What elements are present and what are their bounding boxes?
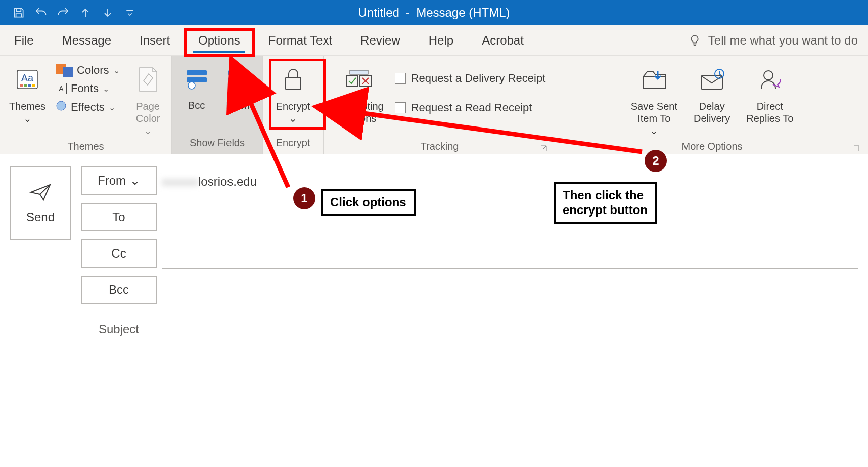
chevron-down-icon: ⌄	[355, 124, 363, 137]
bcc-input[interactable]	[162, 277, 858, 305]
down-arrow-icon[interactable]	[99, 4, 116, 21]
undo-icon[interactable]	[32, 4, 50, 21]
customize-qat-icon[interactable]	[121, 4, 139, 21]
quick-access-toolbar	[0, 4, 139, 21]
svg-point-19	[764, 71, 773, 80]
group-more-options: Save Sent Item To ⌄ Delay Delivery Direc…	[556, 56, 868, 154]
lightbulb-icon	[688, 34, 701, 47]
send-icon	[29, 183, 52, 202]
subject-input[interactable]	[162, 313, 858, 339]
svg-rect-3	[24, 84, 27, 87]
chevron-down-icon: ⌄	[130, 174, 140, 188]
to-field-button[interactable]: To	[81, 203, 157, 231]
send-button[interactable]: Send	[10, 166, 71, 240]
svg-point-12	[240, 80, 248, 89]
cc-field-button[interactable]: Cc	[81, 239, 157, 268]
ribbon-options: Aa Themes⌄ Colors⌄ A Fonts⌄ Effects⌄	[0, 56, 868, 154]
cc-input[interactable]	[162, 240, 858, 269]
svg-point-6	[57, 101, 66, 110]
tab-file[interactable]: File	[0, 25, 48, 55]
direct-replies-icon	[757, 62, 783, 97]
save-icon[interactable]	[10, 4, 27, 21]
tab-insert[interactable]: Insert	[125, 25, 184, 55]
save-sent-item-button[interactable]: Save Sent Item To ⌄	[627, 60, 681, 139]
up-arrow-icon[interactable]	[77, 4, 94, 21]
svg-rect-4	[28, 84, 31, 87]
group-label-tracking: Tracking	[331, 139, 549, 155]
chevron-down-icon: ⌄	[289, 112, 297, 124]
chevron-down-icon: ⌄	[144, 124, 152, 137]
svg-point-9	[188, 82, 195, 89]
checkbox-icon	[395, 102, 406, 113]
group-label-encrypt: Encrypt	[270, 135, 316, 152]
svg-rect-5	[32, 84, 35, 87]
group-encrypt: Encrypt ⌄ Encrypt	[263, 56, 324, 154]
chevron-down-icon: ⌄	[113, 66, 120, 75]
tab-help[interactable]: Help	[415, 25, 468, 55]
svg-text:Aa: Aa	[21, 72, 34, 83]
svg-rect-13	[286, 77, 301, 90]
group-label-more-options: More Options	[563, 139, 861, 155]
colors-icon	[56, 64, 73, 77]
tab-message[interactable]: Message	[48, 25, 125, 55]
group-themes: Aa Themes⌄ Colors⌄ A Fonts⌄ Effects⌄	[0, 56, 172, 154]
dialog-launcher-icon[interactable]	[539, 143, 549, 152]
dialog-launcher-icon[interactable]	[852, 143, 861, 152]
group-label-themes: Themes	[7, 139, 164, 155]
encrypt-button[interactable]: Encrypt ⌄	[272, 60, 314, 126]
fonts-icon: A	[56, 83, 67, 94]
redo-icon[interactable]	[55, 4, 72, 21]
effects-icon	[56, 100, 67, 114]
tab-acrobat[interactable]: Acrobat	[468, 25, 538, 55]
from-icon	[226, 61, 250, 96]
window-title: Untitled - Message (HTML)	[358, 6, 510, 20]
ribbon-tabs: File Message Insert Options Format Text …	[0, 25, 868, 56]
save-to-folder-icon	[641, 62, 668, 97]
from-input[interactable]: xxxxxxlosrios.edu	[162, 167, 858, 196]
tab-options[interactable]: Options	[184, 25, 254, 55]
delivery-receipt-checkbox[interactable]: Request a Delivery Receipt	[393, 69, 548, 88]
lock-icon	[282, 62, 305, 97]
colors-button[interactable]: Colors⌄	[53, 63, 123, 78]
direct-replies-button[interactable]: Direct Replies To	[742, 60, 797, 126]
read-receipt-checkbox[interactable]: Request a Read Receipt	[393, 98, 548, 117]
delay-icon	[698, 62, 725, 97]
svg-rect-14	[347, 75, 358, 87]
tab-format-text[interactable]: Format Text	[254, 25, 346, 55]
chevron-down-icon: ⌄	[103, 84, 109, 94]
voting-buttons[interactable]: Use Voting Buttons ⌄	[331, 60, 388, 139]
effects-button[interactable]: Effects⌄	[53, 99, 123, 115]
title-app: Message (HTML)	[416, 6, 510, 19]
page-color-button[interactable]: Page Color ⌄	[128, 60, 168, 139]
tab-review[interactable]: Review	[346, 25, 415, 55]
group-tracking: Use Voting Buttons ⌄ Request a Delivery …	[324, 56, 556, 154]
tell-me-placeholder: Tell me what you want to do	[708, 33, 858, 48]
page-color-icon	[136, 62, 160, 97]
voting-icon	[345, 62, 373, 97]
tell-me-search[interactable]: Tell me what you want to do	[688, 33, 868, 48]
subject-label: Subject	[81, 312, 157, 336]
themes-button[interactable]: Aa Themes⌄	[7, 60, 48, 126]
from-field-button[interactable]: From ⌄	[81, 166, 157, 195]
title-doc: Untitled	[358, 6, 399, 19]
svg-rect-8	[187, 77, 207, 82]
themes-icon: Aa	[15, 62, 39, 97]
svg-rect-7	[187, 70, 207, 75]
delay-delivery-button[interactable]: Delay Delivery	[690, 60, 734, 126]
checkbox-icon	[395, 73, 406, 84]
group-show-fields: Bcc From Show Fields	[172, 56, 263, 154]
bcc-button[interactable]: Bcc	[180, 59, 213, 113]
to-input[interactable]	[162, 204, 858, 232]
chevron-down-icon: ⌄	[650, 124, 658, 137]
bcc-field-button[interactable]: Bcc	[81, 276, 157, 304]
group-label-show-fields: Show Fields	[179, 135, 255, 152]
chevron-down-icon: ⌄	[109, 103, 115, 112]
chevron-down-icon: ⌄	[23, 113, 32, 124]
from-button[interactable]: From	[222, 59, 254, 113]
fonts-button[interactable]: A Fonts⌄	[53, 81, 123, 96]
svg-rect-10	[228, 70, 248, 75]
bcc-icon	[185, 61, 209, 96]
compose-area: Send From ⌄ To Cc Bcc Subject xxxxxxlosr…	[0, 154, 868, 339]
title-bar: Untitled - Message (HTML)	[0, 0, 868, 25]
svg-rect-2	[20, 84, 23, 87]
